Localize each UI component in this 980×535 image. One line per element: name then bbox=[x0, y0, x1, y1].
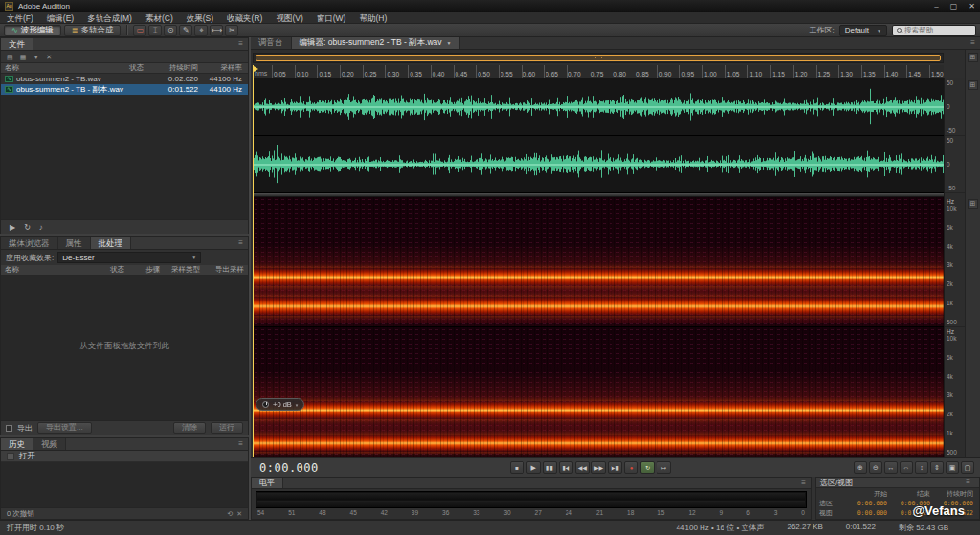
menu-item[interactable]: 收藏夹(R) bbox=[220, 12, 269, 24]
new-file-icon[interactable]: ▼ bbox=[33, 52, 39, 62]
column-header[interactable]: 名称 bbox=[5, 63, 129, 73]
menu-item[interactable]: 编辑(E) bbox=[40, 12, 80, 24]
vertical-scale-column[interactable]: 500-50 500-50 Hz 10k6k4k3k2k1k500 Hz 10k… bbox=[944, 78, 965, 457]
tab-editor[interactable]: 编辑器: obus-summen2 - TB - 副本.wav ▼ bbox=[292, 37, 460, 49]
column-header[interactable]: 名称 bbox=[5, 265, 110, 275]
tab-batch-process[interactable]: 批处理 bbox=[91, 237, 132, 249]
zoom-scroll-strip[interactable]: ⊞ ⊞ ⊞ bbox=[965, 50, 980, 477]
minimize-button[interactable]: – bbox=[934, 0, 938, 12]
column-header[interactable]: 持续时间 bbox=[154, 63, 198, 73]
panel-menu-icon[interactable]: ≡ bbox=[796, 478, 811, 488]
loop-playback-button[interactable]: ↻ bbox=[640, 461, 655, 474]
column-header[interactable]: 步骤 bbox=[135, 265, 160, 275]
zoom-out-time-button[interactable]: ⇔ bbox=[900, 461, 913, 474]
zoom-full-button[interactable]: ▢ bbox=[961, 461, 974, 474]
tab-properties[interactable]: 属性 bbox=[58, 237, 91, 249]
time-display[interactable]: 0:00.000 bbox=[251, 461, 327, 475]
razor-tool-button[interactable]: ✂ bbox=[225, 25, 238, 36]
skip-selection-button[interactable]: ↦ bbox=[657, 461, 671, 474]
delete-file-icon[interactable]: ✕ bbox=[46, 52, 52, 62]
tab-dropdown-caret[interactable]: ▼ bbox=[447, 40, 452, 46]
panel-menu-icon[interactable]: ≡ bbox=[234, 237, 248, 249]
volume-knob-icon[interactable] bbox=[262, 401, 269, 408]
panel-menu-icon[interactable]: ≡ bbox=[966, 37, 980, 49]
trash-icon[interactable]: ✕ bbox=[236, 510, 242, 518]
zoom-in-button[interactable]: ⊕ bbox=[854, 461, 867, 474]
column-header[interactable]: 状态 bbox=[110, 265, 135, 275]
panel-menu-icon[interactable]: ≡ bbox=[961, 477, 975, 488]
preview-loop-button[interactable]: ↻ bbox=[24, 221, 31, 234]
rewind-button[interactable]: ◀◀ bbox=[575, 461, 590, 474]
slip-tool-button[interactable]: ⟷ bbox=[210, 25, 223, 36]
workspace-dropdown[interactable]: Default ▼ bbox=[839, 25, 887, 36]
zoom-in-amplitude-button[interactable]: ↕ bbox=[915, 461, 928, 474]
time-selection-tool-button[interactable]: ⌶ bbox=[148, 25, 162, 36]
column-header[interactable]: 采样类型 bbox=[160, 265, 202, 275]
playhead[interactable] bbox=[253, 65, 254, 457]
column-header[interactable]: 导出采样 bbox=[202, 265, 244, 275]
run-button[interactable]: 运行 bbox=[211, 422, 243, 434]
skip-to-end-button[interactable]: ▶▮ bbox=[608, 461, 622, 474]
menu-item[interactable]: 文件(F) bbox=[0, 12, 40, 24]
close-button[interactable]: ✕ bbox=[969, 0, 975, 12]
fast-forward-button[interactable]: ▶▶ bbox=[591, 461, 606, 474]
multitrack-button[interactable]: ≣ 多轨合成 bbox=[64, 25, 122, 36]
zoom-navigator[interactable] bbox=[253, 53, 944, 63]
spot-healing-brush-tool-button[interactable]: ⌖ bbox=[194, 25, 208, 36]
pause-button[interactable]: ▮▮ bbox=[543, 461, 557, 474]
level-meter[interactable] bbox=[256, 491, 807, 508]
history-item[interactable]: 打开 bbox=[1, 451, 248, 462]
waveform-channel-left[interactable] bbox=[253, 78, 944, 136]
waveform-channel-right[interactable] bbox=[253, 136, 944, 193]
waveform-edit-button[interactable]: ∿ 波形编辑 bbox=[4, 25, 61, 36]
maximize-button[interactable]: ▢ bbox=[950, 0, 958, 12]
import-file-icon[interactable]: ▤ bbox=[7, 52, 13, 62]
volume-hud[interactable]: +0 dB ▾ bbox=[256, 398, 304, 411]
title-bar[interactable]: Au Adobe Audition – ▢ ✕ bbox=[0, 0, 980, 12]
zoom-in-time-button[interactable]: ↔ bbox=[884, 461, 898, 474]
timeline-ruler[interactable]: hms 0.050.100.150.200.250.300.350.400.45… bbox=[253, 65, 944, 78]
spectral-zoom-icon[interactable]: ⊞ bbox=[968, 199, 978, 209]
navigator-options-icon[interactable]: ⊞ bbox=[968, 53, 978, 62]
export-checkbox[interactable] bbox=[6, 425, 12, 432]
obus-summen2 - TB.wav[interactable]: ∿ obus-summen2 - TB.wav 0:02.020 44100 H… bbox=[1, 74, 248, 84]
lasso-selection-tool-button[interactable]: ⊙ bbox=[164, 25, 177, 36]
menu-item[interactable]: 窗口(W) bbox=[310, 12, 353, 24]
menu-item[interactable]: 效果(S) bbox=[180, 12, 220, 24]
marquee-selection-tool-button[interactable]: ▭ bbox=[133, 25, 146, 36]
play-button[interactable]: ▶ bbox=[526, 461, 541, 474]
tab-levels[interactable]: 电平 bbox=[252, 478, 283, 488]
spectral-channel-left[interactable] bbox=[253, 197, 944, 327]
column-header[interactable]: 状态 bbox=[129, 63, 154, 73]
tab-history[interactable]: 历史 bbox=[1, 438, 33, 450]
tab-files[interactable]: 文件 bbox=[1, 38, 33, 50]
export-settings-button[interactable]: 导出设置... bbox=[37, 422, 92, 434]
help-search-input[interactable] bbox=[904, 26, 971, 34]
tab-video[interactable]: 视频 bbox=[33, 438, 66, 450]
panel-menu-icon[interactable]: ≡ bbox=[234, 438, 248, 450]
help-search-box[interactable] bbox=[892, 25, 976, 36]
tab-mixer[interactable]: 调音台 ▼ bbox=[251, 37, 292, 49]
panel-menu-icon[interactable]: ≡ bbox=[234, 38, 248, 50]
revert-icon[interactable]: ⟲ bbox=[227, 510, 233, 518]
menu-item[interactable]: 素材(C) bbox=[139, 12, 180, 24]
open-file-icon[interactable]: ▦ bbox=[20, 52, 27, 62]
column-header[interactable]: 采样率 bbox=[198, 63, 244, 73]
clear-button[interactable]: 清除 bbox=[173, 422, 206, 434]
skip-to-start-button[interactable]: ▮◀ bbox=[559, 461, 573, 474]
zoom-navigator-range[interactable] bbox=[256, 55, 941, 61]
chevron-down-icon[interactable]: ▾ bbox=[296, 402, 299, 408]
paintbrush-selection-tool-button[interactable]: ✎ bbox=[179, 25, 192, 36]
playhead-marker[interactable] bbox=[254, 66, 261, 72]
obus-summen2 - TB - 副本.wav[interactable]: ∿ obus-summen2 - TB - 副本.wav 0:01.522 44… bbox=[1, 84, 248, 95]
record-button[interactable]: ● bbox=[624, 461, 638, 474]
waveform-display[interactable] bbox=[253, 78, 944, 457]
tab-media-browser[interactable]: 媒体浏览器 bbox=[1, 237, 58, 249]
preview-play-button[interactable]: ▶ bbox=[10, 221, 15, 234]
stop-button[interactable]: ■ bbox=[510, 461, 524, 474]
waveform-zoom-icon[interactable]: ⊞ bbox=[968, 80, 978, 90]
zoom-out-button[interactable]: ⊖ bbox=[869, 461, 882, 474]
zoom-to-selection-button[interactable]: ▣ bbox=[946, 461, 959, 474]
menu-item[interactable]: 帮助(H) bbox=[352, 12, 393, 24]
menu-item[interactable]: 视图(V) bbox=[269, 12, 309, 24]
